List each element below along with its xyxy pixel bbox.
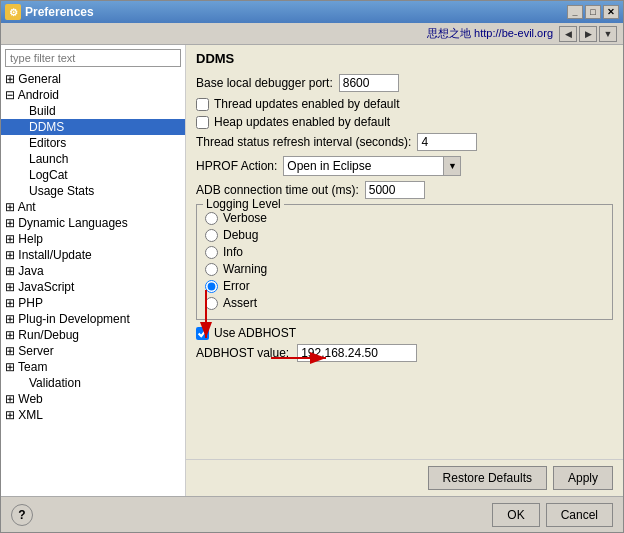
tree-item-build[interactable]: Build [1, 103, 185, 119]
debugger-port-label: Base local debugger port: [196, 76, 333, 90]
tree-item-help[interactable]: ⊞ Help [1, 231, 185, 247]
tree-item-dynamic-languages[interactable]: ⊞ Dynamic Languages [1, 215, 185, 231]
use-adbhost-row: Use ADBHOST [196, 326, 613, 340]
hprof-action-row: HPROF Action: ▼ [196, 156, 613, 176]
radio-info: Info [205, 245, 604, 259]
apply-button[interactable]: Apply [553, 466, 613, 490]
adbhost-value-input[interactable] [297, 344, 417, 362]
tree-item-usage-stats[interactable]: Usage Stats [1, 183, 185, 199]
logging-level-title: Logging Level [203, 197, 284, 211]
tree-item-java[interactable]: ⊞ Java [1, 263, 185, 279]
tree-item-launch[interactable]: Launch [1, 151, 185, 167]
heap-updates-label: Heap updates enabled by default [214, 115, 390, 129]
thread-status-label: Thread status refresh interval (seconds)… [196, 135, 411, 149]
title-bar-left: ⚙ Preferences [5, 4, 94, 20]
thread-status-row: Thread status refresh interval (seconds)… [196, 133, 613, 151]
dialog-buttons: OK Cancel [492, 503, 613, 527]
radio-assert: Assert [205, 296, 604, 310]
window-icon: ⚙ [5, 4, 21, 20]
radio-error: Error [205, 279, 604, 293]
restore-defaults-button[interactable]: Restore Defaults [428, 466, 547, 490]
tree-item-server[interactable]: ⊞ Server [1, 343, 185, 359]
tree-item-php[interactable]: ⊞ PHP [1, 295, 185, 311]
heap-updates-checkbox[interactable] [196, 116, 209, 129]
adb-timeout-label: ADB connection time out (ms): [196, 183, 359, 197]
forward-button[interactable]: ▶ [579, 26, 597, 42]
hprof-action-input[interactable] [283, 156, 443, 176]
help-button[interactable]: ? [11, 504, 33, 526]
thread-updates-row: Thread updates enabled by default [196, 97, 613, 111]
title-bar-buttons: _ □ ✕ [567, 5, 619, 19]
radio-warning: Warning [205, 262, 604, 276]
radio-assert-label: Assert [223, 296, 257, 310]
adb-timeout-input[interactable] [365, 181, 425, 199]
sidebar: ⊞ General ⊟ Android Build DDMS Editors L… [1, 45, 186, 496]
radio-error-input[interactable] [205, 280, 218, 293]
tree-item-android[interactable]: ⊟ Android [1, 87, 185, 103]
panel-footer: Restore Defaults Apply [186, 459, 623, 496]
radio-warning-label: Warning [223, 262, 267, 276]
radio-warning-input[interactable] [205, 263, 218, 276]
tree-item-run-debug[interactable]: ⊞ Run/Debug [1, 327, 185, 343]
use-adbhost-label: Use ADBHOST [214, 326, 296, 340]
thread-status-input[interactable] [417, 133, 477, 151]
tree-item-ant[interactable]: ⊞ Ant [1, 199, 185, 215]
tree-item-logcat[interactable]: LogCat [1, 167, 185, 183]
tree-item-plugin-dev[interactable]: ⊞ Plug-in Development [1, 311, 185, 327]
radio-debug: Debug [205, 228, 604, 242]
dialog-footer: ? OK Cancel [1, 496, 623, 532]
tree-item-ddms[interactable]: DDMS [1, 119, 185, 135]
close-button[interactable]: ✕ [603, 5, 619, 19]
debugger-port-row: Base local debugger port: [196, 74, 613, 92]
hprof-action-dropdown: ▼ [283, 156, 461, 176]
window-title: Preferences [25, 5, 94, 19]
tree-item-general[interactable]: ⊞ General [1, 71, 185, 87]
url-bar: 思想之地 http://be-evil.org ◀ ▶ ▼ [1, 23, 623, 45]
tree-item-web[interactable]: ⊞ Web [1, 391, 185, 407]
panel-title: DDMS [186, 45, 623, 70]
use-adbhost-checkbox[interactable] [196, 327, 209, 340]
radio-assert-input[interactable] [205, 297, 218, 310]
back-button[interactable]: ◀ [559, 26, 577, 42]
tree-item-validation[interactable]: Validation [1, 375, 185, 391]
radio-verbose-input[interactable] [205, 212, 218, 225]
title-bar: ⚙ Preferences _ □ ✕ [1, 1, 623, 23]
thread-updates-checkbox[interactable] [196, 98, 209, 111]
ok-button[interactable]: OK [492, 503, 539, 527]
adbhost-value-row: ADBHOST value: [196, 344, 613, 362]
panel-content: Base local debugger port: Thread updates… [186, 70, 623, 459]
radio-debug-label: Debug [223, 228, 258, 242]
tree-item-team[interactable]: ⊞ Team [1, 359, 185, 375]
tree-item-install-update[interactable]: ⊞ Install/Update [1, 247, 185, 263]
radio-info-input[interactable] [205, 246, 218, 259]
right-panel: DDMS Base local debugger port: Thread up… [186, 45, 623, 496]
minimize-button[interactable]: _ [567, 5, 583, 19]
nav-buttons: ◀ ▶ ▼ [559, 26, 617, 42]
logging-level-group: Logging Level Verbose Debug Info [196, 204, 613, 320]
heap-updates-row: Heap updates enabled by default [196, 115, 613, 129]
radio-debug-input[interactable] [205, 229, 218, 242]
hprof-action-label: HPROF Action: [196, 159, 277, 173]
dropdown-button[interactable]: ▼ [599, 26, 617, 42]
url-text: 思想之地 http://be-evil.org [427, 26, 553, 41]
cancel-button[interactable]: Cancel [546, 503, 613, 527]
thread-updates-label: Thread updates enabled by default [214, 97, 399, 111]
debugger-port-input[interactable] [339, 74, 399, 92]
filter-input[interactable] [5, 49, 181, 67]
radio-verbose-label: Verbose [223, 211, 267, 225]
adbhost-value-label: ADBHOST value: [196, 346, 289, 360]
content-area: ⊞ General ⊟ Android Build DDMS Editors L… [1, 45, 623, 496]
preferences-window: ⚙ Preferences _ □ ✕ 思想之地 http://be-evil.… [0, 0, 624, 533]
radio-info-label: Info [223, 245, 243, 259]
radio-error-label: Error [223, 279, 250, 293]
tree-item-editors[interactable]: Editors [1, 135, 185, 151]
radio-verbose: Verbose [205, 211, 604, 225]
tree-item-xml[interactable]: ⊞ XML [1, 407, 185, 423]
hprof-action-dropdown-btn[interactable]: ▼ [443, 156, 461, 176]
maximize-button[interactable]: □ [585, 5, 601, 19]
tree-item-javascript[interactable]: ⊞ JavaScript [1, 279, 185, 295]
